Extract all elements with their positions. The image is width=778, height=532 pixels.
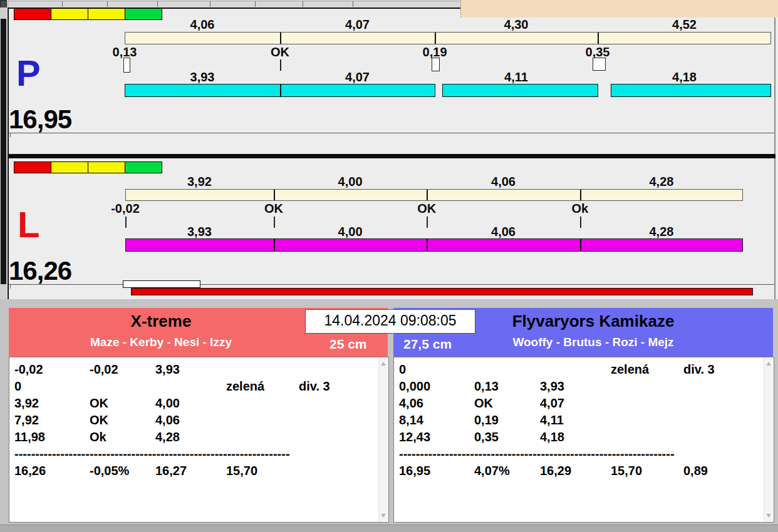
results-cell: div. 3 <box>299 379 330 394</box>
results-cell: OK <box>90 396 108 411</box>
split-checkbox[interactable] <box>123 58 130 73</box>
split-time-label: 3,92 <box>171 175 227 189</box>
split-time-label: 4,52 <box>656 18 713 32</box>
split-time-label: 4,00 <box>322 225 378 239</box>
toolbar-tick <box>210 1 210 7</box>
scoreboard-bottom-strip <box>0 524 778 532</box>
timestamp: 14.04.2024 09:08:05 <box>324 312 456 329</box>
scroll-up-icon[interactable] <box>381 362 386 366</box>
scroll-down-icon[interactable] <box>381 514 386 518</box>
traffic-light-strip <box>14 8 163 20</box>
split-bar-divider <box>435 33 436 44</box>
panel-scrollbar[interactable] <box>378 358 388 521</box>
results-cell: -0,02 <box>14 362 43 377</box>
results-cell: zelená <box>226 379 264 394</box>
split-checkbox[interactable] <box>593 58 606 71</box>
split-tick <box>580 217 581 228</box>
split-bar-divider <box>580 238 581 252</box>
results-total-cell: 16,29 <box>540 464 571 478</box>
results-cell: Ok <box>90 430 106 444</box>
results-cell: 7,92 <box>14 413 39 427</box>
split-bar-segment <box>442 84 598 97</box>
split-time-label: 4,06 <box>174 18 231 32</box>
lane-underline-tick <box>10 285 11 289</box>
results-cell: zelená <box>611 362 649 377</box>
results-total-cell: -0,05% <box>90 464 129 478</box>
lane-total: 16,95 <box>9 106 71 133</box>
split-time-label: 4,11 <box>488 70 544 84</box>
split-bar-divider <box>280 33 281 44</box>
split-checkbox[interactable] <box>432 58 440 71</box>
progress-bar-red <box>131 288 753 295</box>
split-time-label: 4,30 <box>488 18 544 32</box>
results-total-cell: 0,89 <box>683 464 708 478</box>
results-cell: 0 <box>399 362 406 377</box>
split-time-label: 4,00 <box>322 175 378 189</box>
team-dogs: Wooffy - Brutus - Rozi - Mejz <box>413 335 773 349</box>
split-time-label: 3,93 <box>174 70 231 84</box>
split-tick <box>427 217 428 228</box>
results-cell: -0,02 <box>90 362 118 377</box>
interval-mark-label: -0,02 <box>97 202 153 216</box>
interval-mark-label: OK <box>252 45 308 59</box>
team-name: X-treme <box>9 312 313 331</box>
toolbar-tick <box>107 1 108 7</box>
results-cell: 0,000 <box>399 379 430 394</box>
split-bar-top <box>125 32 771 44</box>
split-bar-bottom <box>125 84 771 97</box>
split-time-label: 4,06 <box>475 175 532 189</box>
results-separator: ----------------------------------------… <box>399 447 675 461</box>
progress-outline-box <box>123 280 200 288</box>
results-cell: div. 3 <box>683 362 715 377</box>
results-cell: 11,98 <box>14 430 45 444</box>
split-bar-divider <box>274 238 275 252</box>
results-total-cell: 16,95 <box>399 464 430 478</box>
split-tick <box>274 217 275 228</box>
results-separator: ----------------------------------------… <box>14 447 290 461</box>
split-bar-segment <box>611 84 771 97</box>
panel-scrollbar[interactable] <box>764 358 773 521</box>
interval-mark-label: OK <box>398 202 455 216</box>
lane-underline <box>9 133 774 133</box>
split-time-label: 4,28 <box>633 225 690 239</box>
results-cell: 3,93 <box>540 379 564 394</box>
results-total-cell: 15,70 <box>226 464 257 478</box>
team-height: 27,5 cm <box>403 337 452 352</box>
traffic-light-cell <box>88 161 125 173</box>
background-window-peach <box>460 0 778 18</box>
results-cell: 4,06 <box>155 413 180 427</box>
split-bar-top <box>125 189 743 201</box>
left-scrollbar-thumb[interactable] <box>1 19 6 284</box>
traffic-light-cell <box>51 8 88 20</box>
split-bar-divider <box>274 190 275 200</box>
toolbar-tick <box>255 1 256 7</box>
toolbar-tick <box>62 1 63 7</box>
team-height: 25 cm <box>329 337 367 352</box>
results-total-cell: 15,70 <box>611 464 642 478</box>
left-scrollbar[interactable] <box>0 8 7 299</box>
interval-mark-label: Ok <box>552 202 608 216</box>
split-time-label: 4,18 <box>656 70 713 84</box>
scroll-down-icon[interactable] <box>766 514 771 518</box>
results-cell: 4,07 <box>540 396 564 411</box>
split-bar-bottom <box>125 238 743 252</box>
lane-l-label: L <box>18 207 39 243</box>
results-cell: 4,00 <box>155 396 180 411</box>
split-bar-divider <box>427 190 428 200</box>
results-panel-right: 0zelenádiv. 30,0000,133,934,06OK4,078,14… <box>393 357 774 523</box>
split-tick <box>280 59 281 71</box>
results-cell: 0,19 <box>474 413 499 427</box>
frame-border-left <box>8 8 9 299</box>
timestamp-box: 14.04.2024 09:08:05 <box>305 309 475 334</box>
split-time-label: 4,06 <box>475 225 532 239</box>
lane-total: 16,26 <box>9 258 71 284</box>
results-total-cell: 16,26 <box>14 464 46 478</box>
toolbar-tick <box>353 1 353 7</box>
split-bar-divider <box>280 84 281 97</box>
scroll-up-icon[interactable] <box>766 362 771 366</box>
results-cell: 3,92 <box>14 396 39 411</box>
lane-underline-tick <box>10 133 11 137</box>
split-bar-divider <box>427 238 428 252</box>
results-cell: 4,28 <box>155 430 180 444</box>
results-cell: 8,14 <box>399 413 423 427</box>
